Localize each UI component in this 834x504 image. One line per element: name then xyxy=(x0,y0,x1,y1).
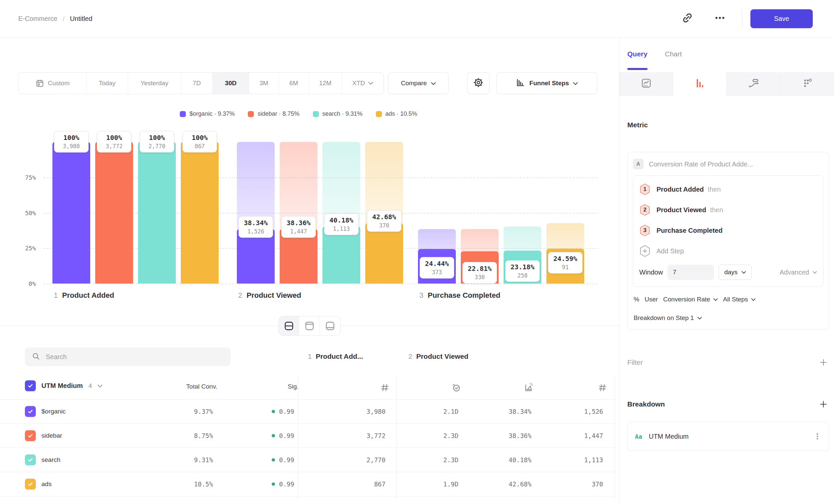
filter-section: Filter xyxy=(627,357,829,368)
breadcrumb: E-Commerce / Untitled xyxy=(18,0,92,38)
row-checkbox[interactable] xyxy=(25,430,36,441)
add-filter-button[interactable] xyxy=(818,357,829,368)
table-only-view-button[interactable] xyxy=(320,316,341,336)
date-range-yesterday[interactable]: Yesterday xyxy=(128,73,181,94)
step1-count: 3,772 xyxy=(367,432,386,439)
date-range-6m[interactable]: 6M xyxy=(279,73,309,94)
chart-legend: $organic · 9.37%sidebar · 8.75%search · … xyxy=(0,110,597,117)
date-range-12m[interactable]: 12M xyxy=(309,73,342,94)
breakdown-item-utm-medium[interactable]: Aa UTM Medium xyxy=(627,422,829,451)
count-column-icon xyxy=(380,381,390,394)
bar-value-label: 100%2,770 xyxy=(140,131,174,153)
step2-count: 1,526 xyxy=(584,408,603,415)
measure-scope-select[interactable]: All Steps xyxy=(723,296,756,303)
bar-value-label: 40.18%1,113 xyxy=(324,213,359,235)
report-type-retention-tab[interactable] xyxy=(781,72,834,95)
row-checkbox[interactable] xyxy=(25,406,36,417)
measurement-row: % User Conversion Rate All Steps xyxy=(633,290,824,310)
row-checkbox[interactable] xyxy=(25,479,36,490)
kebab-menu-icon[interactable] xyxy=(813,432,821,441)
panel-tabs: Query Chart xyxy=(619,38,834,72)
split-view-button[interactable] xyxy=(279,316,299,336)
compare-button[interactable]: Compare xyxy=(388,72,448,94)
breakdown-section-label: Breakdown xyxy=(627,400,665,408)
date-range-7d[interactable]: 7D xyxy=(181,73,213,94)
search-input[interactable]: Search xyxy=(25,347,231,366)
metric-title-row[interactable]: A Conversion Rate of Product Adde... xyxy=(633,159,824,169)
chevron-down-icon xyxy=(812,271,817,274)
window-label: Window xyxy=(639,269,663,276)
search-icon xyxy=(31,352,41,362)
table-breakdown-header[interactable]: UTM Medium 4 xyxy=(25,380,103,391)
sig-value: 0.99 xyxy=(272,480,294,488)
y-axis-tick: 75% xyxy=(10,174,36,181)
bar-value-label: 38.34%1,526 xyxy=(239,216,273,238)
copy-link-button[interactable] xyxy=(679,10,695,26)
chart-only-view-button[interactable] xyxy=(299,316,320,336)
measure-metric-select[interactable]: Conversion Rate xyxy=(663,296,718,303)
check-icon xyxy=(27,481,34,488)
bar-value-label: 22.81%330 xyxy=(462,262,497,283)
chart-type-button[interactable]: Funnel Steps xyxy=(496,72,597,94)
date-range-3m[interactable]: 3M xyxy=(249,73,279,94)
measure-entity-select[interactable]: User xyxy=(644,296,658,303)
legend-swatch xyxy=(180,111,186,117)
date-range-today[interactable]: Today xyxy=(87,73,128,94)
table-step1-header[interactable]: 1 Product Add... xyxy=(308,352,363,361)
save-button[interactable]: Save xyxy=(750,9,813,28)
legend-item-search[interactable]: search · 9.31% xyxy=(313,110,363,117)
legend-item-sidebar[interactable]: sidebar · 8.75% xyxy=(248,110,299,117)
breadcrumb-parent[interactable]: E-Commerce xyxy=(18,15,58,23)
funnel-bar-search-step2[interactable] xyxy=(323,227,360,283)
funnel-step-1[interactable]: 1Product Addedthen xyxy=(639,179,817,200)
table-row-ads: ads10.5%0.998671.9D42.68%370 xyxy=(0,472,615,496)
bar-value-label: 42.68%370 xyxy=(367,210,401,232)
split-view-icon xyxy=(283,320,294,331)
more-actions-button[interactable] xyxy=(712,10,728,26)
window-unit-select[interactable]: days xyxy=(719,265,752,280)
report-type-flows-tab[interactable] xyxy=(727,72,781,95)
funnel-bar-search-step1[interactable] xyxy=(138,142,176,283)
chevron-down-icon xyxy=(573,79,578,87)
report-type-funnel-tab[interactable] xyxy=(673,72,727,95)
legend-item-ads[interactable]: ads · 10.5% xyxy=(376,110,417,117)
active-tab-underline xyxy=(627,68,648,70)
funnel-bar-ads-step2[interactable] xyxy=(365,223,403,283)
chart-settings-button[interactable] xyxy=(467,72,490,94)
table-step2-header[interactable]: 2 Product Viewed xyxy=(409,352,468,361)
date-range-xtd[interactable]: XTD xyxy=(342,73,383,94)
query-panel: Query Chart Metric A Conversion Rate of … xyxy=(619,38,834,504)
row-checkbox[interactable] xyxy=(25,455,36,465)
sig-column-header[interactable]: Sig. xyxy=(288,383,299,390)
date-range-custom[interactable]: Custom xyxy=(19,73,87,94)
advanced-toggle[interactable]: Advanced xyxy=(780,269,817,276)
select-all-checkbox[interactable] xyxy=(25,380,36,391)
flows-icon xyxy=(748,77,760,91)
funnel-bar-organic-step1[interactable] xyxy=(52,142,90,283)
row-label: sidebar xyxy=(42,432,62,439)
funnel-step-3[interactable]: 3Purchase Completed xyxy=(639,220,817,241)
layout-toggle-group xyxy=(278,316,341,336)
string-property-type-badge: Aa xyxy=(635,433,642,440)
step1-count: 3,980 xyxy=(367,408,386,415)
report-type-insights-tab[interactable] xyxy=(619,72,673,95)
legend-item-organic[interactable]: $organic · 9.37% xyxy=(180,110,235,117)
report-main-area: CustomTodayYesterday7D30D3M6M12MXTD Comp… xyxy=(0,38,619,504)
chevron-down-icon xyxy=(368,82,373,85)
add-breakdown-button[interactable] xyxy=(818,398,829,410)
tab-chart[interactable]: Chart xyxy=(665,38,682,71)
avg-time-column-icon xyxy=(451,381,462,394)
breakdown-scope-select[interactable]: Breakdown on Step 1 xyxy=(633,310,824,327)
ellipsis-icon xyxy=(714,12,726,25)
tab-query[interactable]: Query xyxy=(627,38,648,71)
funnel-bar-ads-step1[interactable] xyxy=(181,142,219,283)
funnel-step-2[interactable]: 2Product Viewedthen xyxy=(639,200,817,220)
funnel-bar-sidebar-step1[interactable] xyxy=(95,142,133,283)
funnel-step-label-1: 1Product Added xyxy=(54,291,114,300)
total-conv-column-header[interactable]: Total Conv. xyxy=(186,383,217,390)
legend-swatch xyxy=(248,111,254,117)
date-range-30d[interactable]: 30D xyxy=(213,73,249,94)
breadcrumb-current[interactable]: Untitled xyxy=(70,15,92,23)
add-step-button[interactable]: Add Step xyxy=(639,241,817,261)
window-value-input[interactable]: 7 xyxy=(667,265,714,280)
